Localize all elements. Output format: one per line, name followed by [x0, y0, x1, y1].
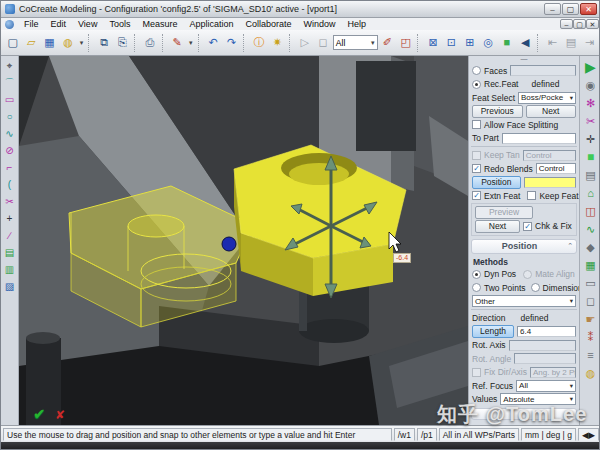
dyn-pos-radio[interactable]: [472, 270, 481, 279]
solid-wedge-icon[interactable]: ◆: [582, 239, 599, 256]
next-button[interactable]: Next: [526, 105, 577, 118]
recfeat-radio[interactable]: [472, 80, 481, 89]
select-tool-icon[interactable]: ✎: [168, 34, 185, 52]
zoom-box-icon[interactable]: ⊡: [443, 34, 460, 52]
fit-view-icon[interactable]: ⊠: [424, 34, 441, 52]
undo-icon[interactable]: ↶: [205, 34, 222, 52]
part-indicator[interactable]: /p1: [417, 428, 437, 441]
scope-indicator[interactable]: All in All WPs/Parts: [439, 428, 519, 441]
previous-button[interactable]: Previous: [472, 105, 523, 118]
export-icon[interactable]: ◰: [397, 34, 414, 52]
to-part-field[interactable]: [502, 133, 576, 144]
new-file-icon[interactable]: ▢: [4, 34, 21, 52]
box-feature-icon[interactable]: ◫: [582, 203, 599, 220]
redo-icon[interactable]: ↷: [223, 34, 240, 52]
load-part-icon[interactable]: ◍: [59, 34, 76, 52]
new-viewport-icon[interactable]: ■: [582, 149, 599, 166]
point-tool-icon[interactable]: +: [2, 211, 17, 226]
info-icon[interactable]: ⓘ: [250, 34, 267, 52]
close-button[interactable]: ✕: [580, 3, 597, 15]
status-pager-arrows[interactable]: ◀▶: [578, 428, 599, 441]
stack-parts-icon[interactable]: ▦: [582, 257, 599, 274]
menu-help[interactable]: Help: [342, 18, 373, 30]
save-icon[interactable]: ▦: [41, 34, 58, 52]
ref-focus-dropdown[interactable]: All ▾: [516, 380, 576, 392]
extn-feat-checkbox[interactable]: ✓: [472, 191, 481, 200]
trim-tool-icon[interactable]: ✂: [2, 194, 17, 209]
menu-collaborate[interactable]: Collaborate: [239, 18, 297, 30]
circle-tool-icon[interactable]: ○: [2, 109, 17, 124]
cut-feature-icon[interactable]: ✂: [582, 113, 599, 130]
dimension-radio[interactable]: [531, 283, 540, 292]
position-button[interactable]: Position: [472, 176, 521, 189]
parts-cylinder-icon[interactable]: ◍: [582, 365, 599, 382]
arc-3pt-tool-icon[interactable]: (: [2, 177, 17, 192]
selection-filter-combo[interactable]: All ▾: [333, 35, 378, 50]
length-field[interactable]: 6.4: [517, 326, 576, 337]
allow-face-splitting-checkbox[interactable]: [472, 120, 481, 129]
workplane-tool-icon[interactable]: ⌖: [2, 58, 17, 73]
units-indicator[interactable]: mm | deg | g: [521, 428, 576, 441]
confirm-check-icon[interactable]: ✔: [33, 405, 46, 423]
view-eye-icon[interactable]: ◉: [582, 77, 599, 94]
spline-tool-icon[interactable]: ∿: [2, 126, 17, 141]
color-balls-icon[interactable]: ⁑: [582, 329, 599, 346]
menu-measure[interactable]: Measure: [136, 18, 183, 30]
menu-window[interactable]: Window: [297, 18, 341, 30]
workplane-indicator[interactable]: /w1: [394, 428, 415, 441]
refresh-view-icon[interactable]: ■: [498, 34, 515, 52]
redo-blends-field[interactable]: Control: [536, 163, 576, 174]
ellipse-tool-icon[interactable]: ⊘: [2, 143, 17, 158]
arc-tool-icon[interactable]: ⌒: [2, 75, 17, 90]
hatch-tool-icon[interactable]: ▨: [2, 279, 17, 294]
maximize-button[interactable]: ▢: [562, 3, 579, 15]
paste-icon[interactable]: ⎘: [114, 34, 131, 52]
open-file-icon[interactable]: ▱: [22, 34, 39, 52]
play-next-icon[interactable]: ▶: [582, 59, 599, 76]
length-button[interactable]: Length: [472, 325, 514, 338]
menu-file[interactable]: File: [18, 18, 45, 30]
note-rect-icon[interactable]: ◻: [582, 293, 599, 310]
cancel-x-icon[interactable]: ✘: [55, 408, 65, 422]
hand-drag-icon[interactable]: ☛: [582, 311, 599, 328]
zoom-point-icon[interactable]: ◎: [480, 34, 497, 52]
load-part-dropdown-icon[interactable]: ▾: [78, 34, 86, 52]
clipboard-icon[interactable]: ▤: [582, 167, 599, 184]
chk-fix-checkbox[interactable]: ✓: [523, 222, 532, 231]
values-dropdown[interactable]: Absolute ▾: [500, 393, 576, 405]
viewport-3d[interactable]: -6.4 ✔ ✘: [19, 56, 468, 425]
view-back-icon[interactable]: ◀: [516, 34, 533, 52]
child-restore-button[interactable]: ▢: [573, 19, 586, 29]
position-section-header[interactable]: Position ⌃: [471, 239, 577, 254]
boss-tool-icon[interactable]: ▥: [2, 262, 17, 277]
panel-collapse-handle[interactable]: —: [469, 56, 579, 63]
fillet-tool-icon[interactable]: ⌐: [2, 160, 17, 175]
print-icon[interactable]: ⎙: [141, 34, 158, 52]
redo-blends-checkbox[interactable]: ✓: [472, 164, 481, 173]
structure-list-icon[interactable]: ≡: [582, 347, 599, 364]
menu-application[interactable]: Application: [183, 18, 239, 30]
add-feature-icon[interactable]: ✛: [582, 131, 599, 148]
keep-feat-checkbox[interactable]: [527, 191, 536, 200]
faces-radio[interactable]: [472, 66, 481, 75]
menu-edit[interactable]: Edit: [45, 18, 73, 30]
bottom-section-bar[interactable]: [471, 408, 577, 420]
wave-surface-icon[interactable]: ∿: [582, 221, 599, 238]
viewport-rect-icon[interactable]: ▭: [582, 275, 599, 292]
tip-bulb-icon[interactable]: ✷: [269, 34, 286, 52]
menu-tools[interactable]: Tools: [103, 18, 136, 30]
menu-view[interactable]: View: [72, 18, 103, 30]
rectangle-tool-icon[interactable]: ▭: [2, 92, 17, 107]
next-step-button[interactable]: Next: [475, 220, 520, 233]
measure-update-icon[interactable]: ✐: [379, 34, 396, 52]
other-dropdown[interactable]: Other ▾: [472, 295, 576, 307]
position-field[interactable]: [524, 177, 577, 188]
copy-icon[interactable]: ⧉: [95, 34, 112, 52]
child-minimize-button[interactable]: –: [560, 19, 573, 29]
minimize-button[interactable]: –: [544, 3, 561, 15]
collapse-chevron-icon[interactable]: ⌃: [567, 242, 573, 250]
select-tool-dropdown-icon[interactable]: ▾: [187, 34, 195, 52]
home-view-icon[interactable]: ⌂: [582, 185, 599, 202]
two-points-radio[interactable]: [472, 283, 481, 292]
select-view-icon[interactable]: ⊞: [461, 34, 478, 52]
